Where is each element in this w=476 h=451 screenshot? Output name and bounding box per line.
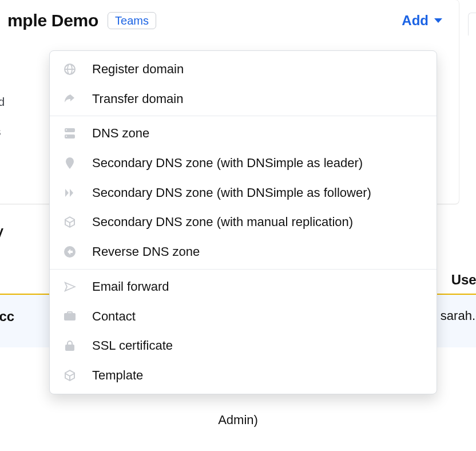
paper-plane-icon (62, 279, 77, 294)
dropdown-item-label: Secondary DNS zone (with DNSimple as fol… (92, 184, 371, 201)
dropdown-divider (50, 269, 437, 270)
server-icon (62, 126, 77, 141)
dropdown-item-label: DNS zone (92, 125, 149, 142)
dropdown-item-label: Secondary DNS zone (with manual replicat… (92, 213, 353, 231)
column-header-user: User (451, 272, 476, 288)
member-email: sarah.c (441, 308, 476, 323)
dropdown-divider (50, 116, 437, 116)
side-card-stub (468, 13, 476, 35)
dropdown-item-label: Secondary DNS zone (with DNSimple as lea… (92, 155, 363, 172)
page-title: mple Demo (7, 11, 98, 30)
dropdown-item-label: Transfer domain (92, 90, 183, 108)
dropdown-item[interactable]: Secondary DNS zone (with DNSimple as fol… (50, 178, 437, 208)
add-button[interactable]: Add (402, 11, 442, 30)
teams-badge[interactable]: Teams (108, 12, 156, 29)
dropdown-item-label: Reverse DNS zone (92, 243, 200, 260)
forward-arrow-icon (62, 92, 77, 106)
dropdown-item[interactable]: Secondary DNS zone (with manual replicat… (50, 207, 437, 237)
dropdown-item[interactable]: Secondary DNS zone (with DNSimple as lea… (50, 148, 437, 178)
cube-icon (62, 368, 77, 383)
dropdown-item[interactable]: DNS zone (50, 118, 437, 148)
dropdown-item[interactable]: Reverse DNS zone (50, 237, 437, 267)
dropdown-item[interactable]: Register domain (50, 54, 437, 84)
add-label: Add (402, 13, 429, 29)
dropdown-item[interactable]: Contact (50, 302, 437, 331)
card-header: mple Demo Teams Add (0, 1, 458, 36)
dropdown-item[interactable]: Email forward (50, 272, 437, 302)
dropdown-item-label: Register domain (92, 61, 184, 78)
dropdown-item-label: Contact (92, 308, 136, 325)
double-chevron-icon (62, 185, 77, 200)
add-dropdown: Register domainTransfer domainDNS zoneSe… (49, 50, 437, 394)
member-name: unt Acc (0, 308, 14, 325)
dropdown-item-label: Email forward (92, 278, 169, 295)
cube-icon (62, 215, 77, 230)
lock-icon (62, 338, 77, 353)
dropdown-item[interactable]: Template (50, 361, 437, 390)
back-circle-icon (62, 244, 77, 259)
chevron-down-icon (434, 18, 442, 23)
dropdown-item[interactable]: SSL certificate (50, 331, 437, 361)
globe-icon (62, 62, 77, 77)
briefcase-icon (62, 308, 77, 323)
member-role: Admin) (0, 413, 476, 428)
dropdown-item-label: Template (92, 367, 143, 384)
dropdown-item-label: SSL certificate (92, 337, 173, 354)
dropdown-item[interactable]: Transfer domain (50, 84, 437, 114)
pin-icon (62, 156, 77, 171)
header-left: mple Demo Teams (7, 11, 156, 30)
